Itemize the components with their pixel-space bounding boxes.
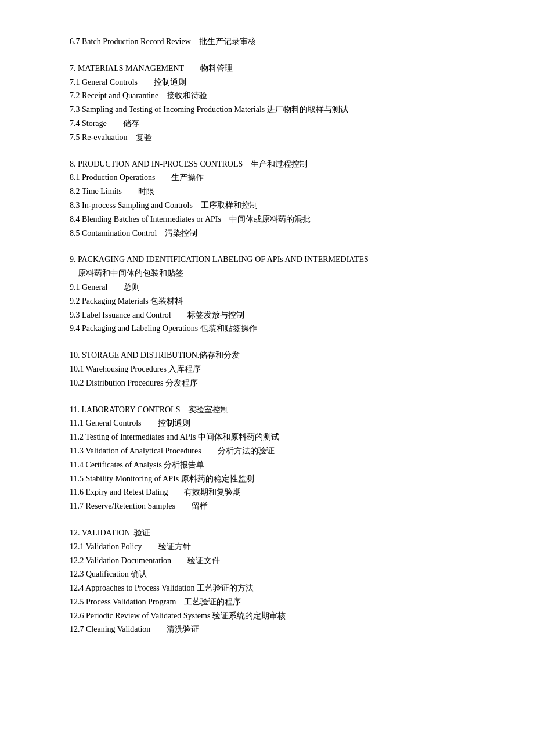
line-8-2: 8.2 Time Limits 时限	[70, 185, 464, 199]
line-10-header: 10. STORAGE AND DISTRIBUTION.储存和分发	[70, 348, 464, 362]
line-7-3: 7.3 Sampling and Testing of Incoming Pro…	[70, 103, 464, 117]
line-8-1: 8.1 Production Operations 生产操作	[70, 171, 464, 185]
section-6-7: 6.7 Batch Production Record Review 批生产记录…	[70, 35, 464, 49]
line-11-5: 11.5 Stability Monitoring of APIs 原料药的稳定…	[70, 472, 464, 486]
document-content: 6.7 Batch Production Record Review 批生产记录…	[70, 35, 464, 636]
line-8-4: 8.4 Blending Batches of Intermediates or…	[70, 213, 464, 226]
line-12-4: 12.4 Approaches to Process Validation 工艺…	[70, 581, 464, 595]
line-11-1: 11.1 General Controls 控制通则	[70, 416, 464, 430]
line-11-6: 11.6 Expiry and Retest Dating 有效期和复验期	[70, 485, 464, 499]
section-12: 12. VALIDATION .验证 12.1 Validation Polic…	[70, 526, 464, 636]
line-12-6: 12.6 Periodic Review of Validated System…	[70, 609, 464, 623]
line-12-1: 12.1 Validation Policy 验证方针	[70, 540, 464, 554]
line-11-header: 11. LABORATORY CONTROLS 实验室控制	[70, 403, 464, 417]
line-12-7: 12.7 Cleaning Validation 清洗验证	[70, 622, 464, 636]
line-6-7: 6.7 Batch Production Record Review 批生产记录…	[70, 35, 464, 49]
line-12-3: 12.3 Qualification 确认	[70, 567, 464, 581]
line-7-2: 7.2 Receipt and Quarantine 接收和待验	[70, 89, 464, 103]
line-7-1: 7.1 General Controls 控制通则	[70, 75, 464, 89]
line-7-5: 7.5 Re-evaluation 复验	[70, 131, 464, 145]
section-11: 11. LABORATORY CONTROLS 实验室控制 11.1 Gener…	[70, 403, 464, 513]
section-10: 10. STORAGE AND DISTRIBUTION.储存和分发 10.1 …	[70, 348, 464, 390]
line-11-4: 11.4 Certificates of Analysis 分析报告单	[70, 458, 464, 472]
line-7-header: 7. MATERIALS MANAGEMENT 物料管理	[70, 62, 464, 75]
line-12-2: 12.2 Validation Documentation 验证文件	[70, 554, 464, 568]
line-8-header: 8. PRODUCTION AND IN-PROCESS CONTROLS 生产…	[70, 157, 464, 171]
line-9-1: 9.1 General 总则	[70, 280, 464, 294]
line-11-2: 11.2 Testing of Intermediates and APIs 中…	[70, 430, 464, 444]
line-12-5: 12.5 Process Validation Program 工艺验证的程序	[70, 595, 464, 609]
section-8: 8. PRODUCTION AND IN-PROCESS CONTROLS 生产…	[70, 157, 464, 240]
line-12-header: 12. VALIDATION .验证	[70, 526, 464, 540]
line-9-header: 9. PACKAGING AND IDENTIFICATION LABELING…	[70, 253, 464, 267]
line-11-3: 11.3 Validation of Analytical Procedures…	[70, 444, 464, 458]
line-10-2: 10.2 Distribution Procedures 分发程序	[70, 376, 464, 390]
line-9-3: 9.3 Label Issuance and Control 标签发放与控制	[70, 308, 464, 322]
line-8-3: 8.3 In-process Sampling and Controls 工序取…	[70, 199, 464, 213]
line-9-4: 9.4 Packaging and Labeling Operations 包装…	[70, 322, 464, 336]
line-7-4: 7.4 Storage 储存	[70, 117, 464, 131]
section-7: 7. MATERIALS MANAGEMENT 物料管理 7.1 General…	[70, 62, 464, 145]
line-9-2: 9.2 Packaging Materials 包装材料	[70, 294, 464, 308]
line-8-5: 8.5 Contamination Control 污染控制	[70, 226, 464, 240]
line-10-1: 10.1 Warehousing Procedures 入库程序	[70, 362, 464, 376]
line-11-7: 11.7 Reserve/Retention Samples 留样	[70, 499, 464, 513]
section-9: 9. PACKAGING AND IDENTIFICATION LABELING…	[70, 253, 464, 336]
line-9-header-cn: 原料药和中间体的包装和贴签	[70, 267, 464, 280]
